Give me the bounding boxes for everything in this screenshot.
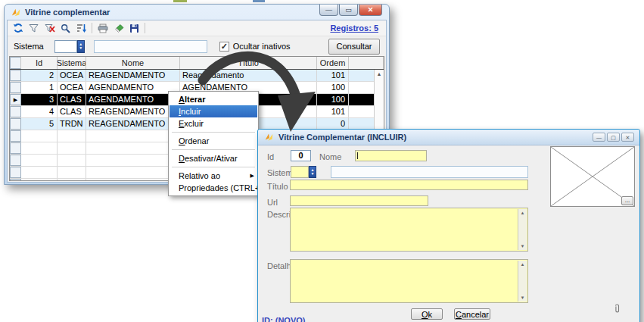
menu-separator: [172, 167, 255, 167]
column-header-nome[interactable]: Nome: [86, 57, 180, 69]
textarea-scrollbar[interactable]: ▲▼: [518, 209, 527, 250]
menu-separator: [172, 132, 255, 133]
column-header-sistema[interactable]: Sistema: [58, 57, 86, 69]
grid-cell-titulo[interactable]: Reagendamento: [180, 70, 317, 81]
sort-icon[interactable]: [76, 23, 87, 34]
textarea-scrollbar[interactable]: ▲▼: [518, 261, 527, 302]
toolbar-separator: [145, 23, 145, 33]
sistema-description-field[interactable]: [94, 40, 207, 53]
ocultar-inativos-checkbox[interactable]: ✓: [219, 42, 229, 52]
grid-cell-nome[interactable]: REAGENDAMENTO: [86, 118, 180, 130]
scroll-up-icon[interactable]: ▲: [377, 71, 382, 77]
nome-input[interactable]: [355, 150, 427, 161]
menu-item-relativo-ao[interactable]: Relativo ao▶: [170, 170, 257, 182]
column-header-blank: [349, 57, 384, 69]
ocultar-inativos-label: Ocultar inativos: [233, 42, 291, 51]
print-icon[interactable]: [97, 23, 108, 34]
grid-cell-empty: [21, 167, 58, 178]
grid-cell-ordem[interactable]: 100: [317, 94, 349, 105]
sistema-spinner[interactable]: ▲▼: [309, 166, 316, 178]
toolbar-separator: [92, 23, 92, 33]
grid-cell-id[interactable]: 5: [21, 118, 58, 130]
window-vitrine-complementar-incluir: Vitrine Complementar (INCLUIR) — ▢ ✕ Id …: [257, 129, 640, 322]
consultar-button[interactable]: Consultar: [328, 39, 380, 55]
titulo-input[interactable]: [290, 180, 528, 190]
submenu-arrow-icon: ▶: [250, 170, 254, 182]
grid-cell-sistema[interactable]: OCEA: [58, 70, 86, 81]
grid-cell-sistema[interactable]: CLAS: [58, 94, 86, 105]
grid-cell-nome[interactable]: AGENDAMENTO: [86, 94, 180, 105]
maximize-button[interactable]: ▭: [339, 5, 358, 16]
close-button[interactable]: ✕: [359, 5, 382, 16]
grid-cell-id[interactable]: 2: [21, 70, 58, 81]
zoom-icon[interactable]: [60, 23, 71, 34]
row-selector-cell[interactable]: [10, 106, 21, 117]
close-button[interactable]: ✕: [621, 133, 634, 142]
row-selector-cell[interactable]: [10, 70, 21, 81]
column-header-ordem[interactable]: Ordem: [317, 57, 349, 69]
back-window-controls: — ▭ ✕: [319, 5, 382, 16]
row-selector-cell[interactable]: [10, 118, 21, 130]
ok-button[interactable]: Ok: [411, 308, 443, 320]
screen-artifact: [253, 0, 265, 2]
grid-cell-sistema[interactable]: CLAS: [58, 106, 86, 117]
grid-cell-empty: [21, 130, 58, 142]
column-header-id[interactable]: Id: [21, 57, 58, 69]
front-title-bar[interactable]: Vitrine Complementar (INCLUIR): [258, 130, 639, 145]
grid-cell-ordem[interactable]: 101: [317, 106, 349, 117]
id-label: Id: [267, 152, 274, 161]
id-field[interactable]: 0: [291, 150, 311, 161]
descricao-textarea[interactable]: ▲▼: [290, 208, 528, 252]
refresh-icon[interactable]: [12, 23, 23, 34]
row-selector-cell: [10, 130, 21, 142]
grid-cell-nome[interactable]: AGENDAMENTO: [86, 82, 180, 93]
menu-item-ordenar[interactable]: Ordenar: [170, 135, 257, 147]
grid-cell-nome[interactable]: REAGENDAMENTO: [86, 106, 180, 117]
minimize-button[interactable]: —: [319, 5, 338, 16]
scroll-up-icon[interactable]: ▲: [521, 211, 525, 215]
grid-cell-ordem[interactable]: 100: [317, 82, 349, 93]
sistema-input[interactable]: [291, 166, 309, 178]
filter-icon[interactable]: [28, 23, 39, 34]
table-row[interactable]: 2OCEAREAGENDAMENTOReagendamento101: [10, 70, 384, 82]
cancel-button[interactable]: Cancelar: [454, 308, 490, 320]
maximize-button[interactable]: ▢: [607, 133, 620, 142]
sistema-description-field[interactable]: [331, 166, 528, 178]
grid-cell-empty: [86, 130, 180, 142]
save-icon[interactable]: [129, 23, 140, 34]
menu-item-propriedades-ctrl-t[interactable]: Propriedades (CTRL+T): [170, 182, 257, 194]
detalhe-textarea[interactable]: ▲▼: [290, 259, 528, 303]
grid-cell-id[interactable]: 4: [21, 106, 58, 117]
column-header-t-tulo[interactable]: Título: [180, 57, 317, 69]
grid-cell-id[interactable]: 1: [21, 82, 58, 93]
grid-cell-sistema[interactable]: OCEA: [58, 82, 86, 93]
grid-cell-id[interactable]: 3: [21, 94, 58, 105]
scroll-up-icon[interactable]: ▲: [521, 262, 525, 267]
grid-cell-nome[interactable]: REAGENDAMENTO: [86, 70, 180, 81]
registros-link[interactable]: Registros: 5: [330, 23, 381, 33]
clear-filter-icon[interactable]: [44, 23, 55, 34]
sistema-spinner[interactable]: ▲▼: [77, 40, 85, 53]
menu-item-desativar-ativar[interactable]: Desativar/Ativar: [170, 152, 257, 164]
browse-button[interactable]: ...: [621, 196, 633, 205]
menu-item-incluir[interactable]: Incluir: [170, 105, 257, 117]
sistema-label: Sistema: [14, 42, 44, 51]
grid-cell-empty: [58, 142, 86, 154]
grid-cell-sistema[interactable]: TRDN: [58, 118, 86, 130]
eraser-icon[interactable]: [113, 23, 124, 34]
menu-item-excluir[interactable]: Excluir: [170, 117, 257, 130]
app-logo-icon: [10, 7, 21, 18]
grid-cell-empty: [86, 167, 180, 178]
scroll-down-icon[interactable]: ▼: [521, 295, 525, 300]
grid-header-row: IdSistemaNomeTítuloOrdem: [10, 57, 384, 70]
url-input[interactable]: [290, 195, 428, 206]
scroll-down-icon[interactable]: ▼: [521, 244, 525, 249]
grid-cell-ordem[interactable]: 0: [317, 118, 349, 130]
image-placeholder: ...: [550, 146, 635, 207]
sistema-input[interactable]: [54, 40, 77, 53]
grid-cell-ordem[interactable]: 101: [317, 70, 349, 81]
row-selector-cell[interactable]: ▶: [10, 94, 21, 105]
menu-item-alterar[interactable]: Alterar: [170, 93, 257, 105]
row-selector-cell[interactable]: [10, 82, 21, 93]
minimize-button[interactable]: —: [593, 133, 605, 142]
